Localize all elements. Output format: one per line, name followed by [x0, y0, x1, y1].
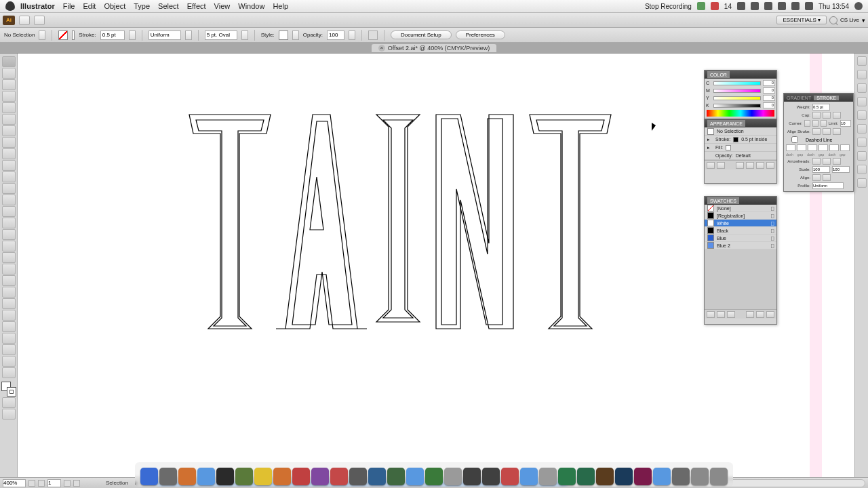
menu-edit[interactable]: Edit [83, 2, 96, 10]
flag-icon[interactable] [711, 2, 719, 10]
cloud-icon[interactable] [751, 2, 759, 10]
camera-icon[interactable] [697, 2, 705, 10]
menu-view[interactable]: View [214, 2, 231, 10]
battery-pct: 14 [724, 3, 732, 10]
app-menu[interactable]: Illustrator [20, 2, 55, 10]
battery-icon[interactable] [805, 2, 813, 10]
menu-select[interactable]: Select [158, 2, 179, 10]
menu-effect[interactable]: Effect [187, 2, 206, 10]
menu-object[interactable]: Object [104, 2, 125, 10]
stop-recording[interactable]: Stop Recording [645, 3, 692, 10]
volume-icon[interactable] [791, 2, 800, 10]
menu-type[interactable]: Type [134, 2, 150, 10]
bluetooth-icon[interactable] [764, 2, 772, 10]
apple-icon[interactable] [5, 1, 15, 11]
spotlight-icon[interactable] [854, 2, 863, 10]
menu-help[interactable]: Help [273, 2, 288, 10]
mac-menubar: Illustrator File Edit Object Type Select… [0, 0, 868, 13]
dropbox-icon[interactable] [737, 2, 745, 10]
menu-window[interactable]: Window [238, 2, 264, 10]
wifi-icon[interactable] [778, 2, 786, 10]
menu-file[interactable]: File [63, 2, 75, 10]
